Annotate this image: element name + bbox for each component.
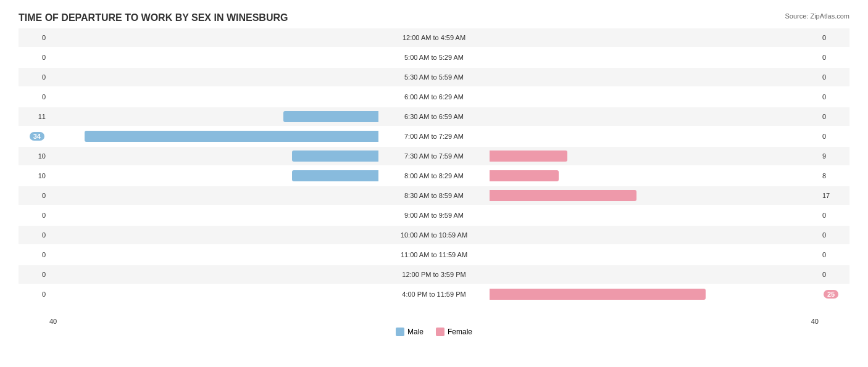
bars-center: 11:00 AM to 11:59 AM (49, 245, 819, 264)
male-value: 0 (19, 34, 49, 41)
male-value: 0 (19, 271, 49, 278)
female-value: 0 (819, 93, 849, 101)
male-value: 10 (19, 172, 49, 179)
female-value: 0 (819, 34, 849, 41)
chart-title: TIME OF DEPARTURE TO WORK BY SEX IN WINE… (19, 12, 849, 23)
axis-bottom: 40 40 (19, 315, 849, 325)
chart-area: 012:00 AM to 4:59 AM005:00 AM to 5:29 AM… (19, 28, 849, 315)
table-row: 347:00 AM to 7:29 AM0 (19, 127, 849, 146)
legend-male-label: Male (407, 328, 424, 336)
table-row: 08:30 AM to 8:59 AM17 (19, 186, 849, 205)
female-value: 0 (819, 271, 849, 278)
bars-center: 6:00 AM to 6:29 AM (49, 88, 819, 106)
time-label: 12:00 PM to 3:59 PM (402, 271, 465, 278)
table-row: 011:00 AM to 11:59 AM0 (19, 245, 849, 264)
table-row: 06:00 AM to 6:29 AM0 (19, 88, 849, 106)
bars-center: 6:30 AM to 6:59 AM (49, 107, 819, 126)
time-label: 4:00 PM to 11:59 PM (402, 291, 465, 298)
male-value: 0 (19, 93, 49, 101)
female-value: 0 (819, 54, 849, 61)
male-value: 0 (19, 54, 49, 61)
bars-center: 5:30 AM to 5:59 AM (49, 68, 819, 86)
time-label: 11:00 AM to 11:59 AM (401, 251, 467, 258)
female-value: 25 (819, 291, 849, 298)
table-row: 012:00 AM to 4:59 AM0 (19, 28, 849, 47)
legend-male: Male (396, 328, 424, 336)
female-value: 0 (819, 212, 849, 219)
table-row: 05:30 AM to 5:59 AM0 (19, 68, 849, 86)
female-value: 0 (819, 113, 849, 120)
table-row: 04:00 PM to 11:59 PM25 (19, 285, 849, 303)
time-label: 7:00 AM to 7:29 AM (404, 133, 464, 140)
bars-center: 7:30 AM to 7:59 AM (49, 147, 819, 165)
chart-container: TIME OF DEPARTURE TO WORK BY SEX IN WINE… (0, 0, 868, 367)
time-label: 10:00 AM to 10:59 AM (401, 231, 467, 239)
bars-center: 12:00 AM to 4:59 AM (49, 28, 819, 47)
time-label: 6:30 AM to 6:59 AM (404, 113, 464, 120)
bars-center: 10:00 AM to 10:59 AM (49, 226, 819, 244)
time-label: 7:30 AM to 7:59 AM (404, 152, 464, 160)
time-label: 5:00 AM to 5:29 AM (404, 54, 464, 61)
female-value: 0 (819, 73, 849, 81)
bars-center: 12:00 PM to 3:59 PM (49, 265, 819, 284)
legend: Male Female (19, 328, 849, 336)
female-value: 0 (819, 251, 849, 258)
table-row: 108:00 AM to 8:29 AM8 (19, 167, 849, 185)
male-value: 34 (19, 133, 49, 140)
time-label: 5:30 AM to 5:59 AM (404, 73, 464, 81)
female-value: 0 (819, 231, 849, 239)
male-value: 0 (19, 192, 49, 199)
male-value: 0 (19, 73, 49, 81)
bars-center: 5:00 AM to 5:29 AM (49, 48, 819, 67)
male-value: 11 (19, 113, 49, 120)
table-row: 010:00 AM to 10:59 AM0 (19, 226, 849, 244)
male-value: 0 (19, 251, 49, 258)
female-value: 0 (819, 133, 849, 140)
legend-female-label: Female (448, 328, 472, 336)
table-row: 116:30 AM to 6:59 AM0 (19, 107, 849, 126)
legend-female: Female (436, 328, 472, 336)
time-label: 8:00 AM to 8:29 AM (404, 172, 464, 179)
table-row: 012:00 PM to 3:59 PM0 (19, 265, 849, 284)
bars-center: 9:00 AM to 9:59 AM (49, 206, 819, 225)
time-label: 6:00 AM to 6:29 AM (404, 93, 464, 101)
bars-center: 7:00 AM to 7:29 AM (49, 127, 819, 146)
legend-female-box (436, 328, 444, 336)
male-value: 0 (19, 291, 49, 298)
bars-center: 4:00 PM to 11:59 PM (49, 285, 819, 303)
male-value: 0 (19, 231, 49, 239)
table-row: 09:00 AM to 9:59 AM0 (19, 206, 849, 225)
axis-label-left: 40 (49, 318, 57, 325)
axis-label-right: 40 (811, 318, 819, 325)
table-row: 107:30 AM to 7:59 AM9 (19, 147, 849, 165)
female-value: 17 (819, 192, 849, 199)
time-label: 12:00 AM to 4:59 AM (403, 34, 465, 41)
male-value: 10 (19, 152, 49, 160)
time-label: 8:30 AM to 8:59 AM (404, 192, 464, 199)
bars-center: 8:00 AM to 8:29 AM (49, 167, 819, 185)
male-value: 0 (19, 212, 49, 219)
table-row: 05:00 AM to 5:29 AM0 (19, 48, 849, 67)
female-value: 8 (819, 172, 849, 179)
legend-male-box (396, 328, 404, 336)
female-value: 9 (819, 152, 849, 160)
time-label: 9:00 AM to 9:59 AM (404, 212, 464, 219)
bars-center: 8:30 AM to 8:59 AM (49, 186, 819, 205)
source-text: Source: ZipAtlas.com (785, 12, 849, 20)
